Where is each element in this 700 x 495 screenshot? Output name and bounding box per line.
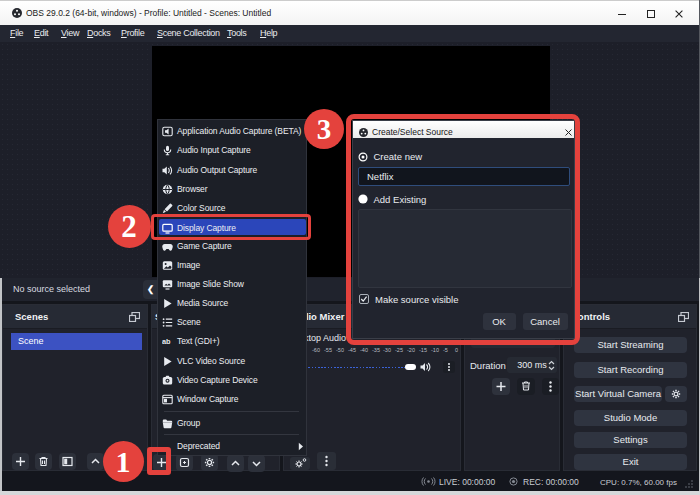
svg-text:ab: ab bbox=[162, 338, 171, 347]
